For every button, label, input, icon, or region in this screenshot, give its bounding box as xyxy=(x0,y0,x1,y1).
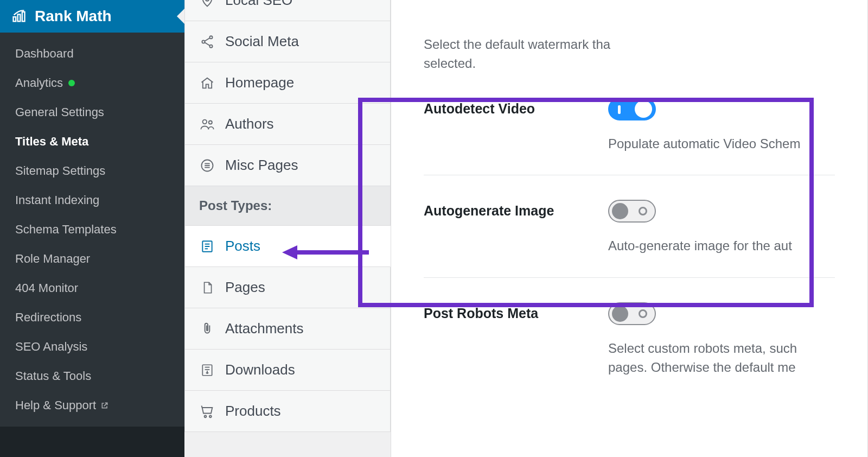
tab-label: Posts xyxy=(225,238,260,255)
toggle-robots[interactable] xyxy=(608,302,656,325)
sidebar-item-sitemap-settings[interactable]: Sitemap Settings xyxy=(0,156,184,186)
setting-body: Select custom robots meta, suchpages. Ot… xyxy=(608,302,835,377)
svg-point-10 xyxy=(209,120,212,124)
svg-rect-19 xyxy=(202,365,212,376)
toggle-autodetect[interactable] xyxy=(608,98,656,120)
page-icon xyxy=(199,280,215,296)
sidebar-item-general-settings[interactable]: General Settings xyxy=(0,98,184,127)
tab-homepage[interactable]: Homepage xyxy=(184,62,391,104)
tab-label: Authors xyxy=(225,116,274,132)
tab-label: Misc Pages xyxy=(225,157,298,174)
tab-products[interactable]: Products xyxy=(184,391,391,432)
tab-label: Local SEO xyxy=(225,0,292,9)
svg-rect-0 xyxy=(14,17,16,21)
tab-label: Pages xyxy=(225,279,265,296)
svg-line-8 xyxy=(205,42,209,46)
post-icon xyxy=(199,238,215,255)
sidebar-item-label: General Settings xyxy=(15,105,104,119)
download-icon xyxy=(199,362,215,378)
setting-body: Auto-generate image for the aut xyxy=(608,200,835,256)
svg-line-7 xyxy=(205,38,209,41)
tab-label: Attachments xyxy=(225,320,304,337)
sidebar-item-label: Dashboard xyxy=(15,47,74,61)
sidebar-item-role-manager[interactable]: Role Manager xyxy=(0,244,184,274)
tab-downloads[interactable]: Downloads xyxy=(184,350,391,391)
sidebar-item-instant-indexing[interactable]: Instant Indexing xyxy=(0,186,184,215)
sidebar-item-label: Role Manager xyxy=(15,252,90,266)
status-dot-icon xyxy=(68,80,75,86)
watermark-help-text: Select the default watermark tha selecte… xyxy=(424,35,835,73)
svg-point-23 xyxy=(209,415,212,417)
tab-local-seo[interactable]: Local SEO xyxy=(184,0,391,21)
sidebar-item-titles-meta[interactable]: Titles & Meta xyxy=(0,127,184,156)
tab-label: Homepage xyxy=(225,74,294,91)
sidebar-item-help-support[interactable]: Help & Support xyxy=(0,391,184,420)
share-icon xyxy=(199,34,215,50)
svg-point-22 xyxy=(205,415,207,417)
sidebar-item-analytics[interactable]: Analytics xyxy=(0,68,184,98)
sidebar-item-label: Instant Indexing xyxy=(15,193,99,207)
sidebar-item-label: SEO Analysis xyxy=(15,340,87,354)
sidebar-item-redirections[interactable]: Redirections xyxy=(0,303,184,332)
list-icon xyxy=(199,157,215,174)
tab-label: Social Meta xyxy=(225,33,299,50)
svg-point-5 xyxy=(209,36,212,39)
sidebar-header-label: Rank Math xyxy=(35,8,112,25)
rank-math-logo-icon xyxy=(11,8,27,24)
tab-label: Downloads xyxy=(225,361,295,378)
tab-authors[interactable]: Authors xyxy=(184,104,391,145)
tab-attachments[interactable]: Attachments xyxy=(184,308,391,350)
svg-rect-1 xyxy=(18,15,21,22)
svg-point-3 xyxy=(206,0,209,1)
sidebar-item-dashboard[interactable]: Dashboard xyxy=(0,39,184,68)
setting-body: Populate automatic Video Schem xyxy=(608,98,835,154)
setting-label: Autodetect Video xyxy=(424,98,586,117)
sidebar-item-label: Schema Templates xyxy=(15,223,117,237)
sidebar-item-label: 404 Monitor xyxy=(15,281,78,295)
sidebar-item-schema-templates[interactable]: Schema Templates xyxy=(0,215,184,244)
tab-social-meta[interactable]: Social Meta xyxy=(184,21,391,62)
setting-row-robots: Post Robots MetaSelect custom robots met… xyxy=(424,278,835,388)
home-icon xyxy=(199,75,215,91)
admin-sidebar: Rank Math DashboardAnalyticsGeneral Sett… xyxy=(0,0,184,457)
tab-posts[interactable]: Posts xyxy=(184,226,391,267)
tab-misc-pages[interactable]: Misc Pages xyxy=(184,145,391,186)
sidebar-item-label: Status & Tools xyxy=(15,369,91,383)
sidebar-item-label: Analytics xyxy=(15,76,63,90)
tab-section-post-types: Post Types: xyxy=(184,186,391,226)
sidebar-item-label: Titles & Meta xyxy=(15,135,88,149)
cart-icon xyxy=(199,403,215,420)
svg-point-6 xyxy=(209,45,212,47)
setting-label: Autogenerate Image xyxy=(424,200,586,219)
settings-panel: Select the default watermark tha selecte… xyxy=(391,0,868,457)
external-link-icon xyxy=(100,401,109,410)
users-icon xyxy=(199,116,215,132)
setting-row-autogen: Autogenerate ImageAuto-generate image fo… xyxy=(424,175,835,266)
svg-rect-2 xyxy=(22,12,25,22)
setting-row-autodetect: Autodetect VideoPopulate automatic Video… xyxy=(424,73,835,164)
sidebar-item-label: Help & Support xyxy=(15,398,96,412)
setting-help-text: Select custom robots meta, suchpages. Ot… xyxy=(608,339,835,377)
svg-point-9 xyxy=(203,119,207,123)
setting-help-text: Populate automatic Video Schem xyxy=(608,135,835,154)
tab-pages[interactable]: Pages xyxy=(184,267,391,308)
sidebar-item-seo-analysis[interactable]: SEO Analysis xyxy=(0,332,184,361)
clip-icon xyxy=(199,321,215,337)
sidebar-item-label: Sitemap Settings xyxy=(15,164,105,178)
pin-icon xyxy=(199,0,215,9)
svg-point-4 xyxy=(202,40,205,43)
setting-help-text: Auto-generate image for the aut xyxy=(608,237,835,256)
toggle-autogen[interactable] xyxy=(608,200,656,223)
sidebar-submenu: DashboardAnalyticsGeneral SettingsTitles… xyxy=(0,33,184,427)
sidebar-item-label: Redirections xyxy=(15,310,81,325)
sidebar-item-404-monitor[interactable]: 404 Monitor xyxy=(0,274,184,303)
sidebar-item-status-tools[interactable]: Status & Tools xyxy=(0,361,184,391)
sidebar-header-rank-math[interactable]: Rank Math xyxy=(0,0,184,33)
settings-tabs: Local SEOSocial MetaHomepageAuthorsMisc … xyxy=(184,0,391,457)
setting-label: Post Robots Meta xyxy=(424,302,586,321)
tab-label: Products xyxy=(225,403,281,420)
